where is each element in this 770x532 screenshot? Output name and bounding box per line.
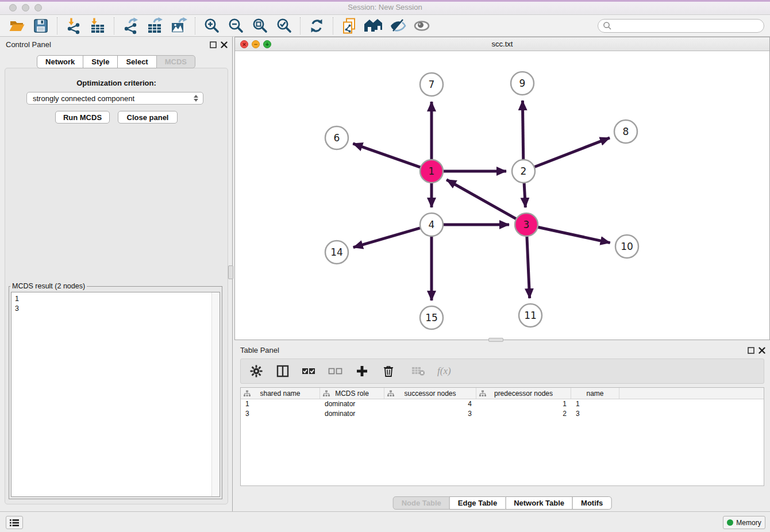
network-window-titlebar[interactable]: × − + scc.txt: [235, 37, 769, 51]
show-columns-icon[interactable]: [275, 364, 290, 379]
graph-edge-2-8[interactable]: [534, 138, 610, 167]
node-table-body: 1dominator4113dominator323: [241, 399, 764, 419]
tab-network-table[interactable]: Network Table: [505, 496, 573, 510]
control-panel: Control Panel NetworkStyleSelectMCDS Opt…: [0, 37, 233, 511]
table-options-gear-icon[interactable]: [249, 364, 264, 379]
zoom-out-icon[interactable]: [226, 17, 245, 35]
table-cell[interactable]: dominator: [320, 409, 384, 419]
table-row[interactable]: 1dominator411: [241, 399, 764, 409]
table-cell[interactable]: 4: [384, 399, 476, 409]
close-panel-icon[interactable]: [221, 41, 228, 48]
graph-edge-2-9[interactable]: [522, 101, 523, 160]
graph-node-3[interactable]: 3: [515, 213, 538, 236]
memory-button[interactable]: Memory: [723, 516, 765, 529]
vertical-splitter-grip[interactable]: [228, 265, 233, 279]
table-cell[interactable]: 3: [571, 409, 619, 419]
graph-edge-1-6[interactable]: [353, 144, 421, 167]
tab-network[interactable]: Network: [37, 55, 83, 68]
first-neighbors-icon[interactable]: [364, 17, 383, 35]
tab-motifs[interactable]: Motifs: [572, 496, 611, 510]
birdseye-view-icon[interactable]: [412, 17, 432, 35]
graph-edge-2-3[interactable]: [524, 183, 525, 207]
import-table-icon[interactable]: [88, 17, 107, 35]
optimization-criterion-select[interactable]: strongly connected component: [26, 92, 203, 105]
main-toolbar: [0, 15, 770, 37]
tab-edge-table[interactable]: Edge Table: [449, 496, 506, 510]
result-scrollbar[interactable]: [211, 292, 220, 496]
zoom-selected-icon[interactable]: [274, 17, 294, 35]
graph-edge-3-11[interactable]: [527, 236, 530, 298]
float-panel-icon[interactable]: [210, 41, 217, 48]
graph-node-label: 9: [519, 78, 526, 89]
graph-node-14[interactable]: 14: [325, 241, 348, 264]
graph-node-7[interactable]: 7: [420, 73, 443, 96]
graph-node-9[interactable]: 9: [511, 72, 534, 95]
close-panel-button[interactable]: Close panel: [118, 111, 178, 124]
optimization-criterion-label: Optimization criterion:: [5, 79, 228, 87]
add-column-icon[interactable]: [355, 364, 369, 379]
graph-edge-4-14[interactable]: [353, 228, 421, 248]
table-cell[interactable]: dominator: [320, 399, 384, 409]
duplicate-network-icon[interactable]: [340, 17, 359, 35]
graph-node-label: 10: [621, 241, 633, 252]
mcds-result-textarea[interactable]: 1 3: [11, 292, 220, 497]
graph-node-2[interactable]: 2: [512, 160, 535, 183]
column-header-name[interactable]: name: [571, 388, 619, 399]
save-session-icon[interactable]: [31, 17, 51, 35]
node-table[interactable]: shared nameMCDS rolesuccessor nodesprede…: [240, 387, 764, 486]
zoom-in-icon[interactable]: [202, 17, 221, 35]
task-history-button[interactable]: [6, 516, 23, 529]
table-cell[interactable]: 3: [241, 409, 320, 419]
horizontal-splitter-grip[interactable]: [488, 338, 503, 342]
export-network-icon[interactable]: [121, 17, 140, 35]
export-table-icon[interactable]: [145, 17, 164, 35]
zoom-fit-icon[interactable]: [250, 17, 270, 35]
tab-select[interactable]: Select: [117, 55, 156, 68]
column-header-predecessor-nodes[interactable]: predecessor nodes: [476, 388, 571, 399]
attribute-type-icon: [244, 390, 251, 397]
open-file-icon[interactable]: [7, 17, 26, 35]
column-header-shared-name[interactable]: shared name: [241, 388, 320, 399]
column-header-MCDS-role[interactable]: MCDS role: [320, 388, 384, 399]
table-cell[interactable]: 1: [571, 399, 619, 409]
table-row[interactable]: 3dominator323: [241, 409, 764, 419]
export-image-icon[interactable]: [169, 17, 188, 35]
network-graph-canvas[interactable]: 1234678910111415: [235, 51, 769, 340]
graph-edge-3-1[interactable]: [446, 180, 516, 219]
tab-node-table[interactable]: Node Table: [393, 496, 450, 510]
tab-mcds[interactable]: MCDS: [156, 55, 195, 68]
table-panel-title: Table Panel: [240, 342, 279, 358]
import-network-icon[interactable]: [64, 17, 83, 35]
graph-node-11[interactable]: 11: [519, 304, 542, 327]
float-table-panel-icon[interactable]: [748, 347, 754, 354]
dropdown-stepper-icon: [192, 94, 199, 103]
search-text-field[interactable]: [612, 20, 764, 32]
hide-graphics-details-icon[interactable]: [388, 17, 407, 35]
search-input[interactable]: [598, 19, 764, 33]
table-cell[interactable]: 2: [476, 409, 571, 419]
refresh-icon[interactable]: [307, 17, 326, 35]
toolbar-separator: [57, 17, 57, 34]
select-all-checkboxes-icon[interactable]: [302, 364, 317, 379]
graph-node-4[interactable]: 4: [420, 213, 443, 236]
graph-node-6[interactable]: 6: [325, 126, 348, 149]
unselect-all-checkboxes-icon[interactable]: [328, 364, 343, 379]
graph-node-label: 15: [425, 312, 438, 323]
graph-node-label: 14: [330, 246, 343, 258]
close-table-panel-icon[interactable]: [759, 347, 765, 354]
graph-node-8[interactable]: 8: [614, 120, 637, 143]
run-mcds-button[interactable]: Run MCDS: [55, 111, 110, 124]
graph-node-15[interactable]: 15: [420, 306, 443, 329]
graph-node-1[interactable]: 1: [420, 160, 443, 183]
graph-node-10[interactable]: 10: [615, 235, 638, 258]
attribute-type-icon: [387, 390, 394, 397]
tab-style[interactable]: Style: [83, 55, 118, 68]
column-header-successor-nodes[interactable]: successor nodes: [384, 388, 476, 399]
delete-column-trash-icon[interactable]: [381, 364, 396, 379]
graph-edge-3-10[interactable]: [538, 227, 610, 242]
search-icon: [603, 21, 612, 30]
table-cell[interactable]: 1: [241, 399, 320, 409]
table-cell[interactable]: 1: [476, 399, 571, 409]
table-cell[interactable]: 3: [384, 409, 476, 419]
dropdown-selected-value: strongly connected component: [33, 94, 134, 103]
